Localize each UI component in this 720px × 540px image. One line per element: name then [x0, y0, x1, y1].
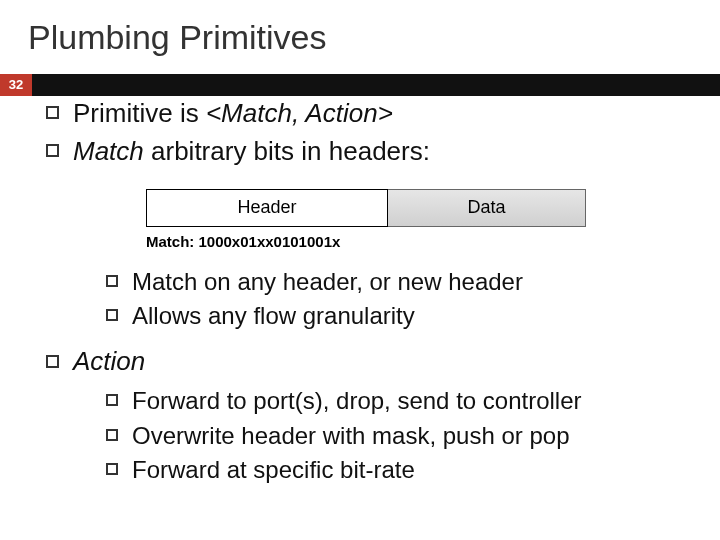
bullet-marker-icon [46, 355, 59, 368]
match-word: Match [73, 136, 144, 166]
match-sub-list: Match on any header, or new header Allow… [106, 266, 692, 333]
square-marker-icon [106, 463, 118, 475]
bullet-marker-icon [46, 106, 59, 119]
bullet-primitive: Primitive is <Match, Action> [46, 97, 692, 131]
packet-header-cell: Header [146, 189, 388, 227]
slide: Plumbing Primitives 32 Primitive is <Mat… [0, 0, 720, 540]
bullet-prefix: Primitive is [73, 98, 206, 128]
list-item: Forward to port(s), drop, send to contro… [106, 385, 692, 417]
sub-text: Allows any flow granularity [132, 300, 415, 332]
square-marker-icon [106, 394, 118, 406]
page-number: 32 [0, 74, 32, 96]
sub-text: Forward at specific bit-rate [132, 454, 415, 486]
match-example: Match: 1000x01xx0101001x [146, 233, 692, 250]
square-marker-icon [106, 275, 118, 287]
content-area: Primitive is <Match, Action> Match arbit… [28, 97, 692, 487]
slide-title: Plumbing Primitives [28, 18, 692, 57]
packet-data-cell: Data [388, 189, 586, 227]
title-bar [0, 74, 720, 96]
sub-text: Match on any header, or new header [132, 266, 523, 298]
sub-text: Forward to port(s), drop, send to contro… [132, 385, 582, 417]
square-marker-icon [106, 429, 118, 441]
bullet-text: Primitive is <Match, Action> [73, 97, 393, 131]
bullet-action: Action [46, 346, 692, 377]
bullet-marker-icon [46, 144, 59, 157]
list-item: Match on any header, or new header [106, 266, 692, 298]
packet-diagram: Header Data [146, 189, 586, 227]
list-item: Allows any flow granularity [106, 300, 692, 332]
match-rest: arbitrary bits in headers: [144, 136, 430, 166]
sub-text: Overwrite header with mask, push or pop [132, 420, 570, 452]
action-label: Action [73, 346, 145, 377]
bullet-match: Match arbitrary bits in headers: [46, 135, 692, 169]
list-item: Forward at specific bit-rate [106, 454, 692, 486]
match-action-term: <Match, Action> [206, 98, 393, 128]
action-sub-list: Forward to port(s), drop, send to contro… [106, 385, 692, 486]
list-item: Overwrite header with mask, push or pop [106, 420, 692, 452]
bullet-text: Match arbitrary bits in headers: [73, 135, 430, 169]
square-marker-icon [106, 309, 118, 321]
